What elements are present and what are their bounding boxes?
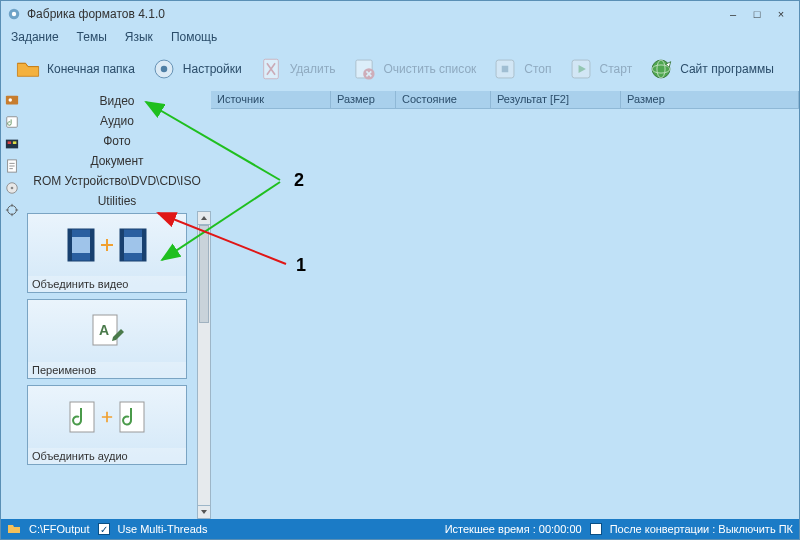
- svg-point-10: [652, 60, 670, 78]
- afterconv-label: После конвертации : Выключить ПК: [610, 523, 793, 535]
- svg-rect-17: [8, 141, 12, 144]
- svg-text:A: A: [99, 322, 109, 338]
- filmstrip-icon: [118, 227, 148, 263]
- play-icon: [568, 56, 594, 82]
- statusbar: C:\FFOutput ✓ Use Multi-Threads Истекшее…: [1, 519, 799, 539]
- svg-rect-25: [68, 229, 72, 261]
- col-size1[interactable]: Размер: [331, 91, 396, 109]
- category-iconbar: [1, 91, 23, 519]
- category-list: Видео Аудио Фото Документ ROM Устройство…: [23, 91, 211, 211]
- app-icon: [7, 7, 21, 21]
- scroll-up-button[interactable]: [197, 211, 211, 225]
- file-list-area: Источник Размер Состояние Результат [F2]…: [211, 91, 799, 519]
- util-rename-label: Переименов: [28, 362, 186, 378]
- util-rename[interactable]: A Переименов: [27, 299, 187, 379]
- col-state[interactable]: Состояние: [396, 91, 491, 109]
- multithreads-checkbox[interactable]: ✓: [98, 523, 110, 535]
- close-button[interactable]: ×: [769, 5, 793, 23]
- output-folder-button[interactable]: Конечная папка: [7, 52, 143, 86]
- maximize-button[interactable]: □: [745, 5, 769, 23]
- menubar: Задание Темы Язык Помощь: [1, 27, 799, 47]
- plus-icon: [100, 238, 114, 252]
- category-rom[interactable]: ROM Устройство\DVD\CD\ISO: [23, 171, 211, 191]
- svg-rect-28: [124, 237, 142, 253]
- scrollbar-thumb[interactable]: [199, 225, 209, 323]
- menu-help[interactable]: Помощь: [171, 30, 217, 44]
- website-label: Сайт программы: [680, 62, 774, 76]
- column-headers: Источник Размер Состояние Результат [F2]…: [211, 91, 799, 109]
- scroll-down-button[interactable]: [197, 505, 211, 519]
- disc-icon[interactable]: [5, 181, 19, 195]
- clear-list-label: Очистить список: [383, 62, 476, 76]
- output-path[interactable]: C:\FFOutput: [29, 523, 90, 535]
- stop-button[interactable]: Стоп: [484, 52, 559, 86]
- svg-point-22: [8, 206, 17, 215]
- svg-rect-26: [90, 229, 94, 261]
- svg-rect-29: [120, 229, 124, 261]
- col-source[interactable]: Источник: [211, 91, 331, 109]
- svg-rect-8: [502, 66, 509, 73]
- settings-label: Настройки: [183, 62, 242, 76]
- folder-small-icon: [7, 522, 21, 536]
- toolbar: Конечная папка Настройки Удалить Очистит…: [1, 47, 799, 91]
- plus-icon: [101, 411, 113, 423]
- clear-list-icon: [351, 56, 377, 82]
- settings-button[interactable]: Настройки: [143, 52, 250, 86]
- annotation-1: 1: [296, 255, 306, 276]
- category-audio[interactable]: Аудио: [23, 111, 211, 131]
- svg-rect-24: [72, 237, 90, 253]
- output-folder-label: Конечная папка: [47, 62, 135, 76]
- svg-point-21: [11, 187, 14, 190]
- svg-point-3: [161, 66, 168, 73]
- document-icon[interactable]: [5, 159, 19, 173]
- menu-themes[interactable]: Темы: [77, 30, 107, 44]
- delete-label: Удалить: [290, 62, 336, 76]
- app-window: Фабрика форматов 4.1.0 – □ × Задание Тем…: [0, 0, 800, 540]
- titlebar: Фабрика форматов 4.1.0 – □ ×: [1, 1, 799, 27]
- delete-button[interactable]: Удалить: [250, 52, 344, 86]
- utilities-icon[interactable]: [5, 203, 19, 217]
- util-join-video-label: Объединить видео: [28, 276, 186, 292]
- window-title: Фабрика форматов 4.1.0: [27, 7, 721, 21]
- stop-label: Стоп: [524, 62, 551, 76]
- afterconv-checkbox[interactable]: ✓: [590, 523, 602, 535]
- delete-icon: [258, 56, 284, 82]
- util-join-audio-label: Объединить аудио: [28, 448, 186, 464]
- category-video[interactable]: Видео: [23, 91, 211, 111]
- body: Видео Аудио Фото Документ ROM Устройство…: [1, 91, 799, 519]
- audio-icon[interactable]: [5, 115, 19, 129]
- audio-file-icon: [117, 400, 147, 434]
- annotation-2: 2: [294, 170, 304, 191]
- start-label: Старт: [600, 62, 633, 76]
- globe-icon: [648, 56, 674, 82]
- elapsed-time: Истекшее время : 00:00:00: [445, 523, 582, 535]
- svg-rect-18: [13, 141, 17, 144]
- category-photo[interactable]: Фото: [23, 131, 211, 151]
- photo-icon[interactable]: [5, 137, 19, 151]
- col-size2[interactable]: Размер: [621, 91, 799, 109]
- website-button[interactable]: Сайт программы: [640, 52, 782, 86]
- svg-point-14: [9, 98, 13, 102]
- multithreads-label: Use Multi-Threads: [118, 523, 208, 535]
- audio-file-icon: [67, 400, 97, 434]
- col-result[interactable]: Результат [F2]: [491, 91, 621, 109]
- gear-icon: [151, 56, 177, 82]
- svg-rect-30: [142, 229, 146, 261]
- sidebar: Видео Аудио Фото Документ ROM Устройство…: [23, 91, 211, 519]
- util-join-audio[interactable]: Объединить аудио: [27, 385, 187, 465]
- rename-icon: A: [87, 311, 127, 351]
- category-document[interactable]: Документ: [23, 151, 211, 171]
- folder-icon: [15, 56, 41, 82]
- start-button[interactable]: Старт: [560, 52, 641, 86]
- menu-language[interactable]: Язык: [125, 30, 153, 44]
- video-icon[interactable]: [5, 93, 19, 107]
- menu-task[interactable]: Задание: [11, 30, 59, 44]
- stop-icon: [492, 56, 518, 82]
- minimize-button[interactable]: –: [721, 5, 745, 23]
- category-utilities[interactable]: Utilities: [23, 191, 211, 211]
- filmstrip-icon: [66, 227, 96, 263]
- clear-list-button[interactable]: Очистить список: [343, 52, 484, 86]
- utility-thumbnails: Объединить видео A Переименов Объединить…: [23, 211, 211, 519]
- util-join-video[interactable]: Объединить видео: [27, 213, 187, 293]
- scrollbar-track[interactable]: [197, 225, 211, 505]
